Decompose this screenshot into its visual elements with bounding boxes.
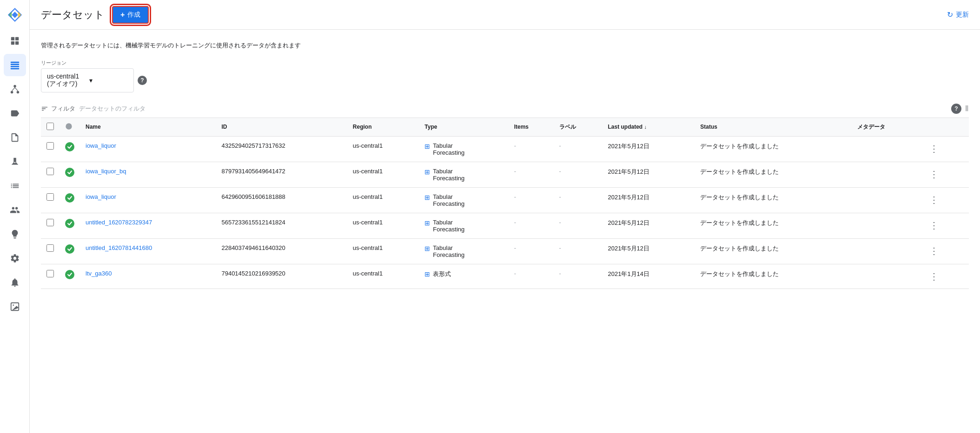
sidebar-item-ideas[interactable] — [4, 223, 26, 245]
row-region: us-central1 — [347, 162, 419, 187]
sidebar-item-list[interactable] — [4, 175, 26, 197]
sort-icon: ↓ — [644, 124, 647, 130]
row-name[interactable]: untitled_1620782329347 — [80, 213, 216, 238]
sidebar-item-datasets[interactable] — [4, 54, 26, 76]
row-status-icon-cell — [60, 136, 80, 162]
create-button-label: 作成 — [127, 11, 140, 19]
header-status: Status — [695, 118, 852, 137]
row-name[interactable]: iowa_liquor_bq — [80, 162, 216, 187]
sidebar-item-dashboard[interactable] — [4, 30, 26, 52]
row-status-text: データセットを作成しました — [695, 187, 852, 213]
region-select-row: us-central1 (アイオワ) ▾ ? — [41, 68, 969, 92]
svg-line-11 — [12, 87, 14, 91]
row-actions: ⋮ — [920, 213, 969, 238]
chevron-down-icon: ▾ — [89, 77, 128, 84]
sidebar-item-bell[interactable] — [4, 271, 26, 294]
type-text: TabularForecasting — [433, 219, 464, 233]
svg-rect-3 — [15, 41, 18, 45]
sidebar-item-experiments[interactable] — [4, 151, 26, 173]
row-region: us-central1 — [347, 213, 419, 238]
row-type: ⊞ TabularForecasting — [419, 213, 508, 238]
filter-icon — [41, 105, 48, 112]
more-actions-button[interactable]: ⋮ — [926, 168, 942, 181]
svg-point-14 — [13, 304, 14, 306]
row-checkbox[interactable] — [46, 270, 54, 277]
row-status-text: データセットを作成しました — [695, 213, 852, 238]
header-labels: ラベル — [554, 118, 603, 137]
row-actions: ⋮ — [920, 187, 969, 213]
header-checkbox-col — [41, 118, 60, 137]
table-row: untitled_1620782329347 56572336155121418… — [41, 213, 969, 238]
more-actions-button[interactable]: ⋮ — [926, 142, 942, 155]
sidebar-item-documents[interactable] — [4, 126, 26, 149]
row-name[interactable]: ltv_ga360 — [80, 264, 216, 289]
sidebar-item-labels[interactable] — [4, 102, 26, 125]
more-actions-button[interactable]: ⋮ — [926, 244, 942, 257]
row-id: 5657233615512141824 — [216, 213, 347, 238]
header-last-updated[interactable]: Last updated ↓ — [602, 118, 695, 137]
status-ok-icon — [65, 244, 74, 254]
row-name[interactable]: iowa_liquor — [80, 187, 216, 213]
sidebar-item-picture[interactable] — [4, 295, 26, 318]
create-button[interactable]: + 作成 — [112, 6, 149, 24]
row-name[interactable]: untitled_1620781441680 — [80, 238, 216, 264]
row-checkbox[interactable] — [46, 219, 54, 226]
dataset-table: Name ID Region Type Items ラベル Last updat… — [41, 118, 969, 289]
row-status-text: データセットを作成しました — [695, 264, 852, 289]
svg-line-12 — [15, 87, 18, 91]
row-region: us-central1 — [347, 187, 419, 213]
sidebar-item-models[interactable] — [4, 78, 26, 100]
header-metadata: メタデータ — [852, 118, 920, 137]
row-checkbox[interactable] — [46, 168, 54, 175]
row-region: us-central1 — [347, 136, 419, 162]
row-checkbox[interactable] — [46, 193, 54, 201]
refresh-button-label: 更新 — [956, 11, 969, 19]
svg-rect-2 — [11, 41, 14, 45]
status-ok-icon — [65, 142, 74, 151]
more-actions-button[interactable]: ⋮ — [926, 219, 942, 232]
row-status-icon-cell — [60, 213, 80, 238]
row-labels: - — [554, 213, 603, 238]
header-id: ID — [216, 118, 347, 137]
row-items: - — [509, 187, 554, 213]
header-name: Name — [80, 118, 216, 137]
row-metadata — [852, 136, 920, 162]
row-last-updated: 2021年5月12日 — [602, 136, 695, 162]
row-name[interactable]: iowa_liquor — [80, 136, 216, 162]
tabular-icon: ⊞ — [424, 168, 430, 176]
table-header-row: Name ID Region Type Items ラベル Last updat… — [41, 118, 969, 137]
columns-icon[interactable]: ⦀ — [965, 104, 969, 113]
logo[interactable] — [6, 6, 24, 24]
status-ok-icon — [65, 168, 74, 177]
filter-label-group: フィルタ — [41, 105, 75, 113]
svg-rect-0 — [11, 37, 14, 40]
table-row: iowa_liquor_bq 8797931405649641472 us-ce… — [41, 162, 969, 187]
status-ok-icon — [65, 270, 74, 279]
row-labels: - — [554, 162, 603, 187]
row-type: ⊞ TabularForecasting — [419, 238, 508, 264]
refresh-icon: ↻ — [947, 10, 953, 19]
select-all-checkbox[interactable] — [46, 123, 54, 130]
row-last-updated: 2021年5月12日 — [602, 213, 695, 238]
table-row: untitled_1620781441680 22840374946116403… — [41, 238, 969, 264]
sidebar-item-settings[interactable] — [4, 247, 26, 269]
row-id: 7940145210216939520 — [216, 264, 347, 289]
svg-rect-1 — [15, 37, 18, 40]
row-id: 6429600951606181888 — [216, 187, 347, 213]
refresh-button[interactable]: ↻ 更新 — [947, 10, 969, 19]
region-select[interactable]: us-central1 (アイオワ) ▾ — [41, 68, 134, 92]
row-checkbox[interactable] — [46, 244, 54, 252]
row-labels: - — [554, 238, 603, 264]
region-help-icon[interactable]: ? — [138, 76, 147, 85]
row-items: - — [509, 213, 554, 238]
row-checkbox[interactable] — [46, 142, 54, 150]
more-actions-button[interactable]: ⋮ — [926, 270, 942, 283]
row-checkbox-cell — [41, 264, 60, 289]
sidebar-item-people[interactable] — [4, 199, 26, 221]
row-last-updated: 2021年5月12日 — [602, 238, 695, 264]
filter-placeholder[interactable]: データセットのフィルタ — [79, 105, 146, 113]
filter-help-icon[interactable]: ? — [951, 104, 961, 114]
tabular-icon: ⊞ — [424, 245, 430, 252]
sidebar — [0, 0, 30, 433]
more-actions-button[interactable]: ⋮ — [926, 193, 942, 206]
